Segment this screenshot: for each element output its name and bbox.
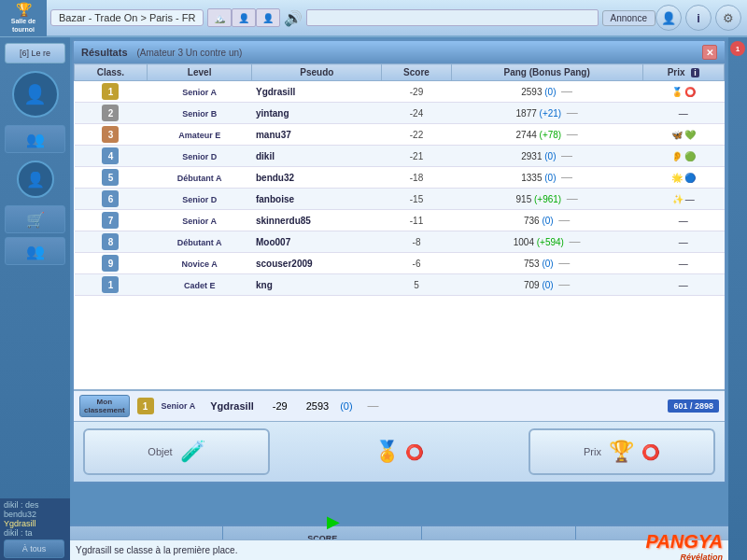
cell-rank: 6 [75, 189, 148, 210]
results-table-container: Class. Level Pseudo Score Pang (Bonus Pa… [74, 63, 725, 389]
announce-button[interactable]: Annonce [602, 10, 655, 26]
cell-pang: 915 (+961) — [451, 189, 642, 210]
left-sidebar: [6] Le re 👤 👥 👤 🛒 👥 dikil : des bendu32 … [0, 37, 70, 560]
cell-pseudo: kng [252, 274, 382, 296]
cell-prize: — [642, 231, 724, 253]
cell-prize: — [642, 253, 724, 274]
my-rank-label: Mon classement [79, 395, 130, 417]
my-rank-progress: 601 / 2898 [668, 399, 719, 413]
right-badge: 1 [730, 41, 745, 56]
col-score: Score [382, 64, 451, 81]
cell-pseudo: skinnerdu85 [252, 210, 382, 231]
avatar-1: 👤 [12, 71, 59, 118]
sidebar-tab[interactable]: [6] Le re [5, 43, 65, 63]
pangya-subtitle: Révélation [645, 553, 723, 561]
thumb-1: 🏔️ [207, 8, 232, 27]
panel-header: Résultats (Amateur 3 Un contre un) ✕ [74, 41, 725, 63]
table-row: 3 Amateur E manu37 -22 2744 (+78) — 🦋💚 [75, 124, 725, 146]
prix-icon: 🏆 [609, 440, 634, 464]
cell-level: Débutant A [147, 167, 252, 189]
avatar-2: 👤 [17, 161, 54, 198]
cell-level: Novice A [147, 253, 252, 274]
volume-control[interactable]: 🔊 [284, 9, 303, 27]
my-rank-minus: — [368, 399, 379, 413]
app-logo: 🏆 Salle de tournoi [0, 0, 47, 36]
col-prix: Prix i [642, 64, 724, 81]
table-row: 4 Senior D dikil -21 2931 (0) — 👂🟢 [75, 146, 725, 167]
chat-line-3: Ygdrasill [4, 519, 66, 528]
cell-pang: 2744 (+78) — [451, 124, 642, 146]
trophy-icon: 🏅 [374, 440, 400, 464]
top-bar: 🏆 Salle de tournoi Bazar - Trade On > Pa… [0, 0, 747, 37]
chat-tous-button[interactable]: À tous [4, 539, 64, 558]
cell-level: Senior D [147, 189, 252, 210]
cell-prize: — [642, 103, 724, 124]
cell-rank: 7 [75, 210, 148, 231]
chat-line-4: dikil : ta [4, 528, 66, 538]
item-slot-objet: Objet 🧪 [83, 428, 270, 475]
cell-rank: 9 [75, 253, 148, 274]
table-row: 5 Débutant A bendu32 -18 1335 (0) — 🌟🔵 [75, 167, 725, 189]
cell-rank: 1 [75, 274, 148, 296]
cell-pseudo: Ygdrasill [252, 81, 382, 103]
cell-score: -6 [382, 253, 451, 274]
sidebar-action-1[interactable]: 🛒 [5, 205, 65, 233]
sidebar-group-icon[interactable]: 👥 [5, 125, 65, 153]
cell-pang: 1877 (+21) — [451, 103, 642, 124]
cursor-indicator: ▶ [327, 511, 340, 532]
cell-prize: 🏅⭕ [642, 81, 724, 103]
pangya-branding: PANGYA Révélation Saison 3 [645, 531, 723, 561]
cell-level: Débutant A [147, 231, 252, 253]
cell-score: -15 [382, 189, 451, 210]
item-slot-prix: Prix 🏆 ⭕ [529, 428, 715, 475]
prix-ring-icon: ⭕ [641, 443, 660, 461]
cell-score: -11 [382, 210, 451, 231]
thumb-2: 👤 [232, 8, 256, 27]
cell-prize: 🦋💚 [642, 124, 724, 146]
cell-prize: 👂🟢 [642, 146, 724, 167]
col-pang: Pang (Bonus Pang) [451, 64, 642, 81]
my-rank-bonus: (0) [340, 400, 352, 412]
cell-prize: ✨— [642, 189, 724, 210]
top-bar-icons: 👤 i ⚙ [655, 5, 741, 31]
table-row: 8 Débutant A Moo007 -8 1004 (+594) — — [75, 231, 725, 253]
close-button[interactable]: ✕ [702, 45, 717, 60]
cell-score: -8 [382, 231, 451, 253]
my-rank-pseudo: Ygdrasill [210, 400, 253, 412]
cell-rank: 1 [75, 81, 148, 103]
cell-rank: 2 [75, 103, 148, 124]
settings-icon[interactable]: ⚙ [715, 5, 741, 31]
panel-title: Résultats [81, 47, 128, 58]
cell-level: Senior A [147, 81, 252, 103]
info-icon[interactable]: i [685, 5, 712, 31]
table-row: 2 Senior B yintang -24 1877 (+21) — — [75, 103, 725, 124]
prix-label: Prix [584, 446, 601, 457]
my-rank-level: Senior A [162, 401, 196, 411]
col-pseudo: Pseudo [252, 64, 382, 81]
results-table: Class. Level Pseudo Score Pang (Bonus Pa… [74, 63, 725, 296]
logo-text: Salle de tournoi [11, 18, 35, 33]
cell-level: Cadet E [147, 274, 252, 296]
cell-pang: 709 (0) — [451, 274, 642, 296]
chat-line-2: bendu32 [4, 510, 66, 519]
objet-icon: 🧪 [180, 440, 205, 464]
sidebar-action-2[interactable]: 👥 [5, 237, 65, 265]
server-title: Bazar - Trade On > Paris - FR [50, 9, 204, 26]
status-text: Ygdrasill se classe à la première place. [76, 545, 237, 555]
my-rank-score: -29 [273, 400, 288, 412]
volume-icon[interactable]: 🔊 [284, 9, 303, 27]
thumb-3: 👤 [256, 8, 280, 27]
cell-pang: 1335 (0) — [451, 167, 642, 189]
cell-pang: 736 (0) — [451, 210, 642, 231]
col-level: Level [147, 64, 252, 81]
profile-icon[interactable]: 👤 [655, 5, 682, 31]
info-button[interactable]: i [691, 68, 699, 77]
cell-rank: 5 [75, 167, 148, 189]
cell-score: -22 [382, 124, 451, 146]
cell-pseudo: yintang [252, 103, 382, 124]
cell-rank: 8 [75, 231, 148, 253]
pangya-logo: PANGYA [645, 531, 723, 552]
table-row: 9 Novice A scouser2009 -6 753 (0) — — [75, 253, 725, 274]
cell-pang: 2593 (0) — [451, 81, 642, 103]
cell-rank: 3 [75, 124, 148, 146]
